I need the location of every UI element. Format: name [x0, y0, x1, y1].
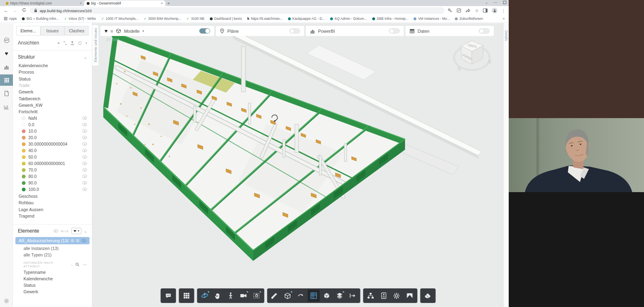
progress-row[interactable]: 30.00000000000004 — [22, 141, 92, 147]
properties-panel-icon[interactable] — [377, 290, 390, 302]
data-label[interactable]: Daten — [418, 29, 429, 34]
add-view-icon[interactable]: + — [58, 40, 60, 45]
structure-item[interactable]: Gewerk_KW — [19, 102, 92, 108]
visibility-eye-icon[interactable] — [82, 142, 87, 146]
hierarchy-icon[interactable] — [365, 290, 377, 302]
chevron-down-icon[interactable]: ⌄ — [84, 229, 87, 233]
side-panel-icon[interactable] — [483, 8, 488, 13]
render-image-icon[interactable] — [403, 290, 416, 302]
progress-row[interactable]: 80.0 — [22, 173, 92, 180]
measure-icon[interactable] — [269, 290, 281, 302]
upload-view-icon[interactable] — [70, 41, 75, 45]
key-icon[interactable] — [448, 8, 452, 13]
close-icon[interactable]: × — [161, 1, 163, 5]
tab-issues[interactable]: Issues — [41, 26, 65, 35]
navigation-cube[interactable]: S E OBEN VORNE — [452, 34, 492, 76]
sort-arrows-icon[interactable] — [63, 41, 67, 45]
minimize-icon[interactable]: — — [494, 0, 497, 4]
analytics-icon[interactable] — [0, 61, 13, 72]
structure-item-fortschritt[interactable]: Fortschritt — [19, 108, 92, 115]
visibility-eye-icon[interactable] — [82, 181, 87, 184]
structure-item[interactable]: Status — [19, 76, 92, 82]
attribute-item[interactable]: Status — [23, 282, 92, 288]
capture-area-icon[interactable] — [250, 290, 262, 302]
share-icon[interactable] — [465, 8, 471, 13]
search-icon[interactable] — [75, 263, 79, 267]
model-scene[interactable] — [92, 23, 503, 280]
structure-item[interactable]: Geschoss — [19, 193, 92, 199]
section-grid-icon[interactable] — [307, 290, 320, 302]
visibility-eye-icon[interactable] — [81, 239, 86, 242]
refresh-icon[interactable] — [78, 41, 82, 45]
structure-item[interactable]: Tragend — [19, 213, 92, 220]
bookmark-item[interactable]: Dashboard | bexio — [210, 17, 242, 21]
progress-row[interactable]: 10.0 — [22, 128, 92, 134]
structure-item[interactable]: Trade — [19, 82, 92, 89]
structure-item[interactable]: Lage Aussen — [19, 206, 92, 213]
bookmark-item[interactable]: ✓3100 NB — [186, 17, 204, 21]
models-toggle[interactable] — [199, 28, 210, 34]
progress-row[interactable]: 40.0 — [22, 147, 92, 154]
visibility-eye-icon[interactable] — [82, 162, 87, 165]
attribute-item[interactable]: Kalenderwoche — [23, 275, 92, 282]
browser-tab-1[interactable]: https://share.lcmdigital.com × — [3, 0, 84, 6]
favorites-heart-icon[interactable]: ♥ — [0, 48, 13, 59]
forward-icon[interactable]: → — [12, 8, 18, 13]
structure-item[interactable]: Process — [19, 69, 92, 75]
visibility-eye-icon[interactable] — [82, 116, 87, 120]
models-dropdown[interactable]: Modelle — [124, 29, 140, 34]
documents-icon[interactable] — [0, 88, 13, 99]
bookmark-item[interactable]: KQ Admin - Dokum... — [330, 17, 367, 21]
pan-hand-icon[interactable] — [211, 290, 224, 302]
bookmark-item[interactable]: ✓1000 IT Wochenpla... — [101, 17, 139, 21]
apps-shortcut[interactable]: Apps — [4, 17, 17, 21]
structure-item[interactable]: Rohbau — [19, 199, 92, 206]
visibility-eye-icon[interactable] — [53, 229, 58, 233]
more-icon[interactable] — [76, 239, 79, 242]
visibility-eye-icon[interactable] — [82, 155, 87, 159]
browser-menu-icon[interactable]: ⋮ — [501, 8, 505, 13]
structure-item[interactable]: Kalenderwoche — [19, 62, 92, 69]
url-field[interactable]: app.build-big.ch/instances/103 — [30, 7, 444, 14]
attribute-item[interactable]: Typenname — [23, 269, 92, 275]
attribute-item[interactable]: Gewerk — [23, 288, 92, 295]
open-in-new-icon[interactable] — [456, 8, 461, 13]
progress-row[interactable]: NaN — [22, 115, 92, 121]
settings-gear-icon[interactable] — [390, 290, 403, 302]
progress-row[interactable]: 20.0 — [22, 134, 92, 141]
workspace-icon[interactable] — [0, 34, 13, 46]
plans-toggle[interactable] — [289, 28, 300, 34]
maximize-icon[interactable] — [503, 1, 506, 4]
visibility-eye-icon[interactable] — [82, 188, 87, 191]
visibility-eye-icon[interactable] — [82, 129, 87, 133]
expand-views-icon[interactable]: › — [85, 40, 87, 46]
profile-avatar[interactable] — [492, 8, 497, 13]
settings-gear-icon[interactable] — [0, 298, 13, 304]
bookmarks-overflow-icon[interactable]: » — [503, 17, 505, 21]
visibility-eye-icon[interactable] — [82, 123, 87, 126]
progress-row[interactable]: 50.0 — [22, 154, 92, 160]
paint-cube-icon[interactable] — [320, 290, 333, 302]
camera-icon[interactable] — [237, 290, 249, 302]
element-child[interactable]: alle Typen (21) — [23, 252, 92, 258]
structure-item[interactable]: Taktbereich — [19, 95, 92, 102]
restore-down-icon[interactable]: ⌄ — [485, 0, 488, 4]
tab-clashes[interactable]: Clashes — [64, 26, 89, 35]
progress-row[interactable]: 70.0 — [22, 167, 92, 173]
list-icon[interactable]: ≡ — [111, 29, 113, 34]
section-cube-icon[interactable] — [281, 290, 294, 302]
viewer-3d[interactable]: Elemente und Issues ♥ ≡ Modelle ▾ Pl — [92, 23, 503, 307]
browser-tab-2[interactable]: big - Gesamtmodell × — [84, 0, 165, 6]
details-drawer-tab[interactable]: Details — [503, 23, 509, 307]
comment-icon[interactable] — [162, 290, 174, 302]
layers-icon[interactable] — [333, 290, 345, 302]
element-child[interactable]: alle Instanzen (13) — [23, 245, 92, 252]
orbit-icon[interactable] — [198, 290, 211, 302]
progress-row[interactable]: 0.0 — [22, 121, 92, 128]
edit-icon[interactable] — [71, 239, 74, 242]
bookmark-item[interactable]: VM Instances - Mo... — [414, 17, 450, 21]
bookmark-item[interactable]: BiG = Building Infor... — [22, 17, 59, 21]
powerbi-toggle[interactable] — [389, 28, 400, 34]
visibility-eye-icon[interactable] — [82, 168, 87, 171]
new-tab-button[interactable]: + — [165, 0, 172, 6]
